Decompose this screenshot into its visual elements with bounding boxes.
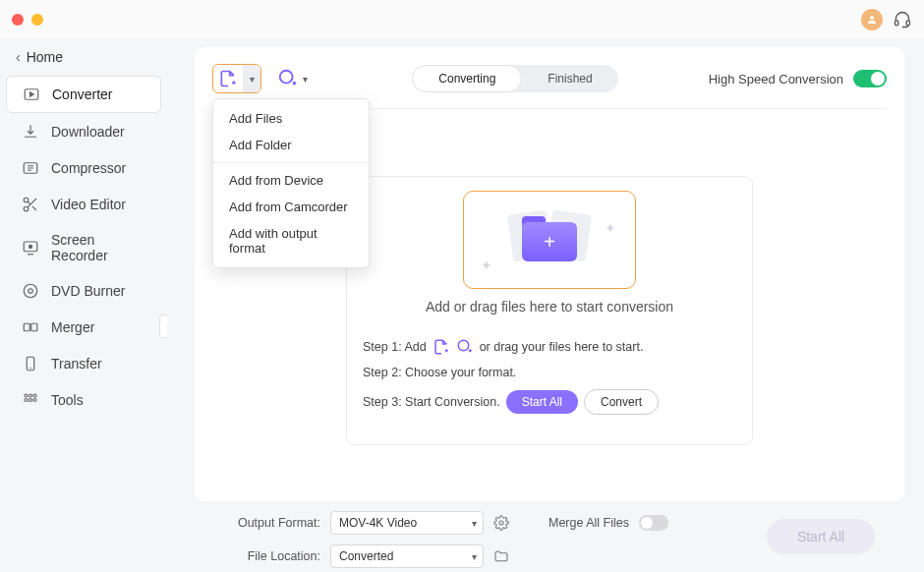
merge-label: Merge All Files bbox=[549, 516, 629, 530]
headset-icon[interactable] bbox=[893, 10, 912, 29]
menu-add-camcorder[interactable]: Add from Camcorder bbox=[213, 194, 369, 220]
gear-icon[interactable] bbox=[493, 515, 509, 531]
home-label: Home bbox=[27, 49, 63, 65]
add-file-button-group: ▾ bbox=[212, 64, 261, 93]
file-location-row: File Location: Converted bbox=[234, 544, 509, 568]
start-all-footer-button[interactable]: Start All bbox=[767, 519, 875, 554]
dropzone-card: + ✦ ✦ Add or drag files here to start co… bbox=[346, 176, 753, 445]
svg-point-4 bbox=[24, 198, 29, 202]
menu-add-folder[interactable]: Add Folder bbox=[213, 132, 369, 158]
convert-button[interactable]: Convert bbox=[584, 389, 659, 415]
close-window-button[interactable] bbox=[12, 14, 24, 26]
high-speed-toggle-group: High Speed Conversion bbox=[709, 70, 887, 87]
sidebar-item-transfer[interactable]: Transfer bbox=[6, 346, 161, 381]
svg-point-18 bbox=[33, 399, 36, 402]
add-file-button[interactable] bbox=[213, 64, 243, 93]
user-avatar[interactable] bbox=[861, 9, 883, 30]
scissors-icon bbox=[22, 196, 39, 213]
menu-add-files[interactable]: Add Files bbox=[213, 105, 369, 132]
drop-hint-text: Add or drag files here to start conversi… bbox=[363, 299, 736, 315]
file-plus-icon bbox=[433, 338, 450, 356]
circle-plus-icon bbox=[277, 68, 299, 89]
svg-point-21 bbox=[499, 521, 503, 525]
svg-point-15 bbox=[33, 394, 36, 397]
svg-point-17 bbox=[29, 399, 32, 402]
svg-point-5 bbox=[24, 206, 29, 211]
file-plus-icon bbox=[218, 69, 238, 88]
step-3: Step 3: Start Conversion. Start All Conv… bbox=[363, 389, 736, 415]
sidebar-item-video-editor[interactable]: Video Editor bbox=[6, 187, 161, 222]
merger-icon bbox=[22, 318, 39, 336]
svg-rect-1 bbox=[906, 21, 909, 26]
svg-point-7 bbox=[29, 245, 32, 248]
transfer-icon bbox=[22, 355, 39, 372]
person-icon bbox=[866, 14, 878, 26]
back-home-button[interactable]: ‹ Home bbox=[0, 43, 167, 75]
sidebar-item-tools[interactable]: Tools bbox=[6, 382, 161, 418]
converter-icon bbox=[23, 86, 40, 103]
chevron-left-icon: ‹ bbox=[16, 49, 21, 65]
file-location-label: File Location: bbox=[234, 549, 320, 563]
screen-recorder-icon bbox=[22, 239, 39, 257]
merge-all-group: Merge All Files bbox=[549, 515, 668, 531]
toolbar: ▾ ▾ Converting Finished High Speed Conve… bbox=[212, 59, 887, 98]
svg-rect-11 bbox=[31, 323, 37, 331]
svg-point-13 bbox=[25, 394, 28, 397]
footer: Output Format: MOV-4K Video File Locatio… bbox=[195, 501, 904, 572]
sidebar-item-downloader[interactable]: Downloader bbox=[6, 114, 161, 149]
menu-separator bbox=[213, 162, 369, 163]
tab-finished[interactable]: Finished bbox=[522, 65, 617, 92]
drop-target[interactable]: + ✦ ✦ bbox=[463, 191, 636, 289]
sparkle-icon: ✦ bbox=[481, 257, 492, 273]
high-speed-label: High Speed Conversion bbox=[709, 72, 843, 86]
sidebar-item-dvd-burner[interactable]: DVD Burner bbox=[6, 273, 161, 309]
steps-list: Step 1: Add or drag your files here to s… bbox=[363, 338, 736, 415]
merge-all-switch[interactable] bbox=[639, 515, 668, 531]
plus-icon: + bbox=[544, 231, 555, 254]
compressor-icon bbox=[22, 159, 39, 177]
svg-point-14 bbox=[29, 394, 32, 397]
sidebar-item-converter[interactable]: Converter bbox=[6, 76, 161, 113]
sidebar: ‹ Home Converter Downloader Compressor V… bbox=[0, 39, 167, 572]
svg-point-16 bbox=[25, 399, 28, 402]
file-location-select[interactable]: Converted bbox=[330, 544, 484, 568]
sidebar-item-compressor[interactable]: Compressor bbox=[6, 150, 161, 186]
svg-point-9 bbox=[29, 289, 33, 294]
circle-plus-icon bbox=[456, 338, 474, 356]
svg-point-19 bbox=[280, 71, 293, 84]
chevron-down-icon: ▾ bbox=[303, 74, 308, 85]
grid-icon bbox=[22, 391, 39, 409]
titlebar bbox=[0, 0, 924, 39]
main-panel: ▾ ▾ Converting Finished High Speed Conve… bbox=[195, 47, 904, 501]
output-format-label: Output Format: bbox=[234, 516, 320, 530]
folder-icon[interactable] bbox=[493, 548, 509, 564]
disc-icon bbox=[22, 282, 39, 300]
menu-add-output-format[interactable]: Add with output format bbox=[213, 220, 369, 261]
window-controls bbox=[12, 14, 43, 26]
svg-rect-10 bbox=[24, 323, 29, 331]
svg-point-8 bbox=[24, 284, 37, 298]
output-format-row: Output Format: MOV-4K Video bbox=[234, 511, 509, 535]
status-tabs: Converting Finished bbox=[412, 65, 617, 92]
menu-add-device[interactable]: Add from Device bbox=[213, 167, 369, 194]
sidebar-item-merger[interactable]: Merger bbox=[6, 310, 161, 345]
download-icon bbox=[22, 123, 39, 141]
add-dropdown-menu: Add Files Add Folder Add from Device Add… bbox=[212, 98, 370, 268]
high-speed-switch[interactable] bbox=[853, 70, 887, 87]
svg-rect-0 bbox=[895, 21, 898, 26]
sparkle-icon: ✦ bbox=[605, 220, 616, 236]
sidebar-item-screen-recorder[interactable]: Screen Recorder bbox=[6, 223, 161, 272]
output-format-select[interactable]: MOV-4K Video bbox=[330, 511, 484, 535]
start-all-button[interactable]: Start All bbox=[506, 390, 578, 414]
minimize-window-button[interactable] bbox=[31, 14, 43, 26]
step-1: Step 1: Add or drag your files here to s… bbox=[363, 338, 736, 356]
add-url-button[interactable]: ▾ bbox=[277, 68, 308, 89]
folder-illustration: + ✦ ✦ bbox=[510, 212, 589, 267]
add-file-dropdown-toggle[interactable]: ▾ bbox=[243, 64, 260, 93]
svg-point-20 bbox=[458, 340, 469, 351]
step-2: Step 2: Choose your format. bbox=[363, 366, 736, 379]
tab-converting[interactable]: Converting bbox=[412, 65, 522, 92]
